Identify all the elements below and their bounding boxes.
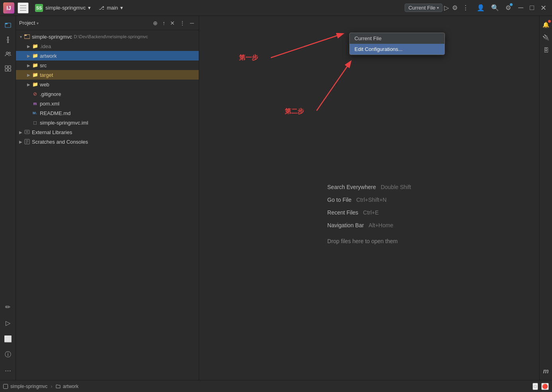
tree-iml-icon: ◻ — [32, 119, 38, 126]
project-switcher-button[interactable]: SS simple-springmvc ▾ — [32, 2, 94, 14]
statusbar-breadcrumb-folder[interactable]: artwork — [56, 384, 78, 389]
project-dropdown-arrow: ▾ — [88, 5, 91, 11]
statusbar: simple-springmvc › artwork ⊙ 🔴 — [0, 380, 552, 392]
tree-src-arrow: ▶ — [25, 62, 32, 68]
tree-src-label: src — [40, 62, 47, 68]
tree-pomxml-label: pom.xml — [40, 101, 59, 107]
tree-root[interactable]: ▾ simple-springmvc D:\Dev\Backend\me\sim… — [16, 32, 199, 41]
sidebar-item-project[interactable] — [2, 19, 14, 32]
more-options-button[interactable]: ⋮ — [459, 2, 472, 13]
tree-scratches-label: Scratches and Consoles — [32, 139, 88, 145]
search-everywhere-button[interactable]: 🔍 — [489, 3, 501, 12]
statusbar-error-button[interactable]: 🔴 — [541, 383, 549, 390]
tree-item-external-libraries[interactable]: ▶ External Libraries — [16, 127, 199, 137]
tree-ext-label: External Libraries — [32, 129, 72, 135]
tree-item-artwork[interactable]: ▶ 📁 artwork — [16, 51, 199, 60]
tree-idea-arrow: ▶ — [25, 43, 32, 49]
run-config-label: Current File — [408, 5, 435, 11]
tree-root-arrow: ▾ — [18, 33, 24, 40]
debug-button[interactable]: ⚙ — [450, 2, 459, 13]
tree-artwork-icon: 📁 — [32, 53, 38, 59]
project-icon — [3, 384, 8, 389]
left-icon-terminal[interactable]: ⬜ — [2, 332, 14, 345]
tree-scratches-icon — [24, 138, 30, 145]
sidebar-more-button[interactable]: ⋮ — [178, 19, 187, 27]
tree-item-target[interactable]: ▶ 📁 target — [16, 70, 199, 80]
tree-item-pomxml[interactable]: m pom.xml — [16, 99, 199, 108]
sidebar-up-button[interactable]: ↑ — [161, 19, 167, 27]
tree-ext-arrow: ▶ — [18, 129, 24, 135]
app-logo: IJ — [3, 2, 14, 14]
tree-item-idea[interactable]: ▶ 📁 .idea — [16, 41, 199, 51]
svg-line-23 — [317, 62, 350, 111]
sidebar-item-git[interactable] — [2, 33, 14, 46]
branch-switcher-button[interactable]: ⎇ main ▾ — [96, 3, 126, 12]
hint-label-search: Search Everywhere — [327, 184, 376, 190]
run-button[interactable]: ▷ — [442, 2, 450, 13]
dropdown-item-current-file[interactable]: Current File — [350, 33, 444, 44]
statusbar-left: simple-springmvc › artwork — [3, 383, 78, 389]
tree-item-scratches[interactable]: ▶ Scratches and Consoles — [16, 137, 199, 146]
svg-rect-15 — [25, 130, 29, 134]
sidebar-item-layout[interactable] — [2, 62, 14, 75]
tree-item-readmemd[interactable]: M↓ README.md — [16, 108, 199, 118]
sidebar: Project ▾ ⊕ ↑ ✕ ⋮ ─ ▾ simple-springmvc D… — [16, 16, 199, 380]
tree-readmemd-label: README.md — [40, 110, 70, 116]
hint-label-navbar: Navigation Bar — [327, 222, 364, 228]
tree-root-icon — [24, 33, 30, 40]
sidebar-title: Project ▾ — [19, 20, 151, 26]
svg-point-2 — [7, 39, 9, 41]
tree-pomxml-icon: m — [32, 100, 38, 107]
tree-idea-label: .idea — [40, 43, 51, 49]
tree-target-arrow: ▶ — [25, 72, 32, 78]
svg-point-4 — [7, 42, 8, 43]
right-database-button[interactable]: 🗄 — [540, 45, 552, 56]
tree-item-iml[interactable]: ◻ simple-springmvc.iml — [16, 118, 199, 127]
hint-key-navbar: Alt+Home — [369, 222, 393, 228]
statusbar-right: ⊙ 🔴 — [532, 383, 549, 390]
tree-item-src[interactable]: ▶ 📁 src — [16, 60, 199, 70]
main-layout: ✏ ▷ ⬜ ⓘ ⋯ Project ▾ ⊕ ↑ ✕ ⋮ ─ ▾ — [0, 16, 552, 380]
tree-root-label: simple-springmvc — [32, 34, 72, 40]
tree-item-web[interactable]: ▶ 📁 web — [16, 80, 199, 89]
sidebar-tree: ▾ simple-springmvc D:\Dev\Backend\me\sim… — [16, 30, 199, 380]
user-profile-button[interactable]: 👤 — [475, 3, 486, 12]
branch-name-label: main — [107, 5, 118, 11]
dropdown-item-edit-configurations[interactable]: Edit Configurations... — [350, 44, 444, 55]
run-config-selector[interactable]: Current File ▾ — [405, 4, 442, 12]
run-config-dropdown-arrow: ▾ — [437, 6, 439, 10]
sidebar-minimize-button[interactable]: ─ — [188, 19, 196, 27]
hint-key-recent: Ctrl+E — [363, 209, 379, 216]
branch-dropdown-arrow: ▾ — [120, 5, 123, 11]
tree-web-icon: 📁 — [32, 81, 38, 88]
window-controls: ─ □ ✕ — [516, 3, 549, 13]
sidebar-header: Project ▾ ⊕ ↑ ✕ ⋮ ─ — [16, 16, 199, 30]
statusbar-project-name[interactable]: simple-springmvc — [3, 384, 47, 389]
statusbar-git-button[interactable]: ⊙ — [532, 383, 538, 390]
hint-row-search: Search Everywhere Double Shift — [327, 184, 411, 190]
close-button[interactable]: ✕ — [538, 3, 549, 13]
sidebar-item-users[interactable] — [2, 48, 14, 60]
sidebar-settings-button[interactable]: ⊕ — [151, 19, 159, 27]
right-m-button[interactable]: m — [540, 366, 552, 377]
branch-icon: ⎇ — [99, 5, 104, 11]
tree-web-arrow: ▶ — [25, 81, 32, 88]
left-icon-info[interactable]: ⓘ — [2, 348, 14, 361]
hint-key-search: Double Shift — [381, 184, 411, 190]
editor-area: Current File Edit Configurations... 第一步 … — [199, 16, 539, 380]
hamburger-menu-button[interactable] — [18, 2, 29, 14]
settings-button[interactable]: ⚙ — [504, 3, 513, 12]
maximize-button[interactable]: □ — [527, 3, 536, 13]
tree-root-path: D:\Dev\Backend\me\simple-springmvc — [74, 34, 148, 39]
right-plugin-button[interactable]: 🔌 — [540, 32, 552, 43]
svg-rect-14 — [24, 35, 27, 36]
left-icon-pencil[interactable]: ✏ — [2, 300, 14, 313]
tree-item-gitignore[interactable]: ⊘ .gitignore — [16, 89, 199, 99]
minimize-button[interactable]: ─ — [516, 3, 526, 13]
left-icon-more[interactable]: ⋯ — [2, 364, 14, 377]
right-notification-button[interactable]: 🔔 — [540, 19, 552, 30]
run-config-dropdown: Current File Edit Configurations... — [349, 33, 445, 55]
sidebar-close-button[interactable]: ✕ — [168, 19, 176, 27]
sidebar-header-icons: ⊕ ↑ ✕ ⋮ ─ — [151, 19, 196, 27]
left-icon-run[interactable]: ▷ — [2, 316, 14, 329]
